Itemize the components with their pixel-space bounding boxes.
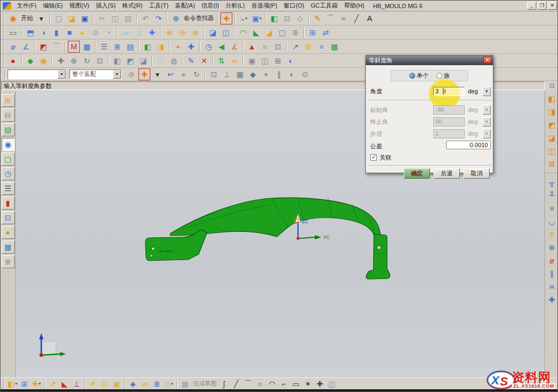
angle-input[interactable]: 3 I <box>433 87 465 96</box>
ejector-icon[interactable]: ≍ <box>546 281 558 293</box>
fit-icon[interactable]: ⊡ <box>94 55 106 67</box>
filter-diamond-icon[interactable]: ◆ <box>247 68 259 80</box>
fit-window-icon[interactable]: ✚ <box>220 12 232 24</box>
menu-analysis[interactable]: 分析(L) <box>222 1 248 11</box>
thread-icon[interactable]: ≣ <box>289 27 301 39</box>
chevron-down-icon[interactable]: ▼ <box>58 70 66 79</box>
misc4-icon[interactable]: ◐ <box>285 55 297 67</box>
show-icon[interactable]: ◍ <box>168 55 180 67</box>
mold-init-icon[interactable]: ◧ <box>546 93 558 105</box>
app-icon[interactable] <box>3 2 11 10</box>
calculator-icon[interactable]: ▦ <box>81 41 93 53</box>
toolbar-handle[interactable] <box>3 56 5 66</box>
record-icon[interactable]: ● <box>7 55 19 67</box>
misc2-icon[interactable]: ◫ <box>259 55 271 67</box>
toolbar-handle[interactable] <box>3 28 5 37</box>
fillet-icon[interactable]: ◠ <box>237 27 249 39</box>
templates-icon[interactable]: ≣ <box>2 255 15 268</box>
toolbar-handle[interactable] <box>3 42 5 52</box>
wave-link-icon[interactable]: ◈ <box>128 378 138 389</box>
radio-dot-on[interactable] <box>409 73 415 79</box>
assembly-constraints-icon[interactable]: ⊥ <box>71 378 82 389</box>
nav-diamond-icon[interactable]: ◆ <box>24 55 36 67</box>
sketch-fillet-icon[interactable]: ◠ <box>267 378 277 389</box>
wcs-display-icon[interactable]: ⌖ <box>172 41 184 53</box>
no-snap-icon[interactable]: ⊘ <box>125 68 137 80</box>
spline-tool-icon[interactable]: ≈ <box>338 12 350 24</box>
arc-tool-icon[interactable]: ⌒ <box>325 12 337 24</box>
info-window-icon[interactable]: ≣ <box>111 41 123 53</box>
front-view-icon[interactable]: ◧ <box>111 55 123 67</box>
ok-button[interactable]: 确定 <box>404 168 430 179</box>
radio-dot-off[interactable] <box>436 73 442 79</box>
fit-boxed-icon[interactable]: ✚ <box>138 68 150 80</box>
cone-icon[interactable]: ◀ <box>215 41 227 53</box>
measure-distance-icon[interactable]: ⌀ <box>7 41 19 53</box>
sketch-icon[interactable]: ▭ <box>7 27 19 39</box>
line-tool-icon[interactable]: ╱ <box>351 12 363 24</box>
structure-tree-icon[interactable]: ≣ <box>151 378 162 389</box>
angle-unit-spinner[interactable]: ▼ <box>483 87 491 96</box>
expand-icon[interactable]: ↗ <box>289 41 301 53</box>
sketch-curve-icon[interactable]: ✎ <box>312 12 324 24</box>
pan-icon[interactable]: ✚ <box>55 55 67 67</box>
grey-cube-icon[interactable]: ◇▾ <box>163 378 174 389</box>
copy-icon[interactable]: ◫ <box>109 12 121 24</box>
mold-trim-icon[interactable]: ⊠ <box>546 158 558 170</box>
alert-icon[interactable]: ▲ <box>246 41 258 53</box>
mirror-assembly-icon[interactable]: ◣ <box>59 378 70 389</box>
process-studio-icon[interactable]: ⊡ <box>2 211 15 224</box>
menu-view[interactable]: 视图(V) <box>66 1 93 11</box>
datum-axis-icon[interactable]: ⊥ <box>133 27 145 39</box>
lines-icon[interactable]: ≡ <box>315 41 327 53</box>
filter-parallel-icon[interactable]: ∥ <box>273 68 285 80</box>
sketch-spline-icon[interactable]: ✶ <box>302 378 313 389</box>
back-button[interactable]: 后退 <box>434 168 460 179</box>
bolt-stud-icon[interactable]: ╥ <box>546 176 558 188</box>
profile-icon[interactable]: ∫ <box>219 378 230 389</box>
sketch-line-icon[interactable]: ╱ <box>231 378 242 389</box>
misc1-icon[interactable]: ▣ <box>246 55 258 67</box>
restore-button[interactable]: ❐ <box>537 2 547 10</box>
palette-list-icon[interactable]: ☰ <box>2 182 15 195</box>
arrangement-icon[interactable]: ▣ <box>111 378 122 389</box>
chamfer-icon[interactable]: ◣ <box>250 27 262 39</box>
undo-icon[interactable]: ↶ <box>140 12 151 24</box>
menu-info[interactable]: 信息(I) <box>198 1 222 11</box>
chevron-down-icon[interactable]: ▼ <box>113 70 121 79</box>
tolerance-input[interactable]: 0.0010 <box>446 141 491 149</box>
boss-icon[interactable]: ⊙ <box>90 27 102 39</box>
command-finder-label[interactable]: 命令查找器 <box>182 14 215 22</box>
filter-dot-icon[interactable]: ⊙ <box>299 68 311 80</box>
menu-insert[interactable]: 插入(S) <box>92 1 119 11</box>
sketch-point-icon[interactable]: ✚ <box>314 378 325 389</box>
menu-assembly[interactable]: 装配(A) <box>172 1 198 11</box>
new-component-icon[interactable]: ✚▾ <box>31 378 42 389</box>
view-layer-icon[interactable]: ◨ <box>155 41 167 53</box>
cancel-button[interactable]: 取消 <box>464 168 490 179</box>
list-icon[interactable]: ☰ <box>98 41 110 53</box>
face-analysis-icon[interactable]: ◩ <box>37 41 49 53</box>
limit-icon[interactable]: ∡ <box>229 41 240 53</box>
text-tool-icon[interactable]: A <box>364 12 376 24</box>
cut-icon[interactable]: ✂ <box>96 12 108 24</box>
roles-icon[interactable]: ● <box>2 226 15 239</box>
hourglass-icon[interactable]: ⊠ <box>302 41 314 53</box>
layer-settings-icon[interactable]: ▤ <box>124 41 136 53</box>
link-icon[interactable]: ∞ <box>229 55 240 67</box>
radio-single[interactable]: 单个 <box>409 72 429 80</box>
internet-info-icon[interactable]: ◉ <box>2 138 15 151</box>
menu-help[interactable]: 帮助(H) <box>341 1 367 11</box>
edit-object-icon[interactable]: ✎ <box>185 55 197 67</box>
explode-icon[interactable]: ✶ <box>87 378 98 389</box>
clip-icon[interactable]: ◡ <box>546 216 558 227</box>
prompt-corner-icon[interactable]: ⊟ <box>546 80 558 92</box>
shaded-view-icon[interactable]: ◒▾ <box>238 12 250 24</box>
rotate-hand-icon[interactable]: ↻ <box>191 68 202 80</box>
minimize-button[interactable]: _ <box>527 2 536 10</box>
materials-icon[interactable]: ▮ <box>2 197 15 210</box>
draft-icon[interactable]: ◢ <box>263 27 275 39</box>
filter-grid-icon[interactable]: ▦ <box>234 68 246 80</box>
redo-icon[interactable]: ↷ <box>153 12 164 24</box>
misc3-icon[interactable]: ⊞ <box>272 55 284 67</box>
